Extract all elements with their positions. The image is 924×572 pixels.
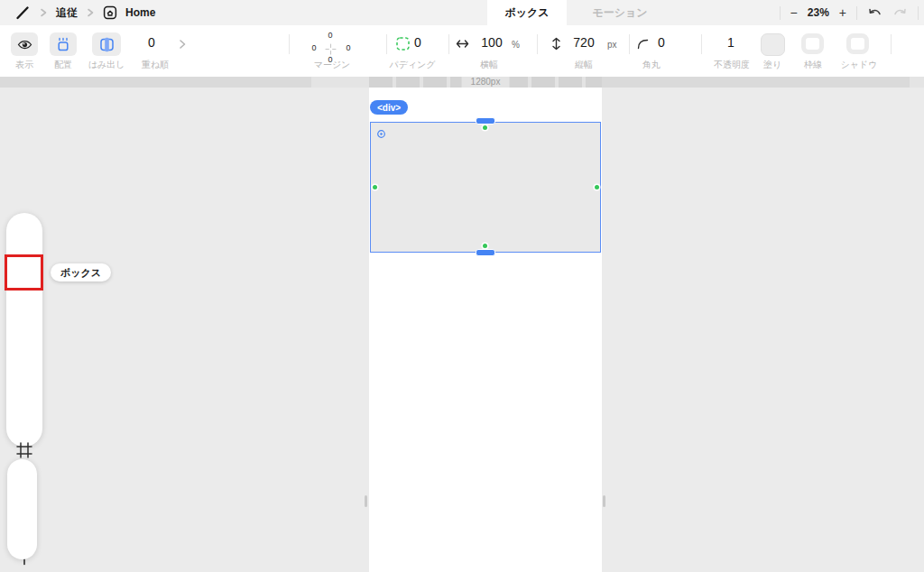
height-value[interactable]: 720 — [573, 35, 594, 50]
page-resize-tick-right[interactable] — [603, 495, 605, 507]
zindex-value[interactable]: 0 — [148, 35, 155, 50]
position-anchor-icon — [56, 37, 70, 52]
canvas-ruler-strip: 1280px — [0, 77, 924, 88]
selected-element-tag-badge[interactable]: <div> — [370, 100, 408, 115]
padding-value[interactable]: 0 — [414, 35, 421, 50]
tooltip-label: ボックス — [60, 266, 101, 280]
opacity-label: 不透明度 — [714, 59, 750, 71]
opacity-value[interactable]: 1 — [727, 35, 735, 50]
eye-icon — [17, 39, 32, 51]
position-button[interactable] — [50, 32, 77, 56]
arrow-vertical-icon — [551, 37, 561, 51]
width-label: 横幅 — [480, 59, 498, 71]
page-width-label: 1280px — [462, 77, 510, 88]
zoom-out-button[interactable]: − — [790, 6, 798, 19]
padding-label: パディング — [389, 59, 435, 71]
overflow-icon — [99, 37, 115, 52]
utility-palette — [7, 459, 37, 559]
separator — [918, 6, 919, 20]
position-label: 配置 — [54, 59, 72, 71]
height-unit[interactable]: px — [607, 40, 617, 50]
overflow-label: はみ出し — [88, 59, 125, 71]
padding-handle-left[interactable] — [373, 185, 377, 189]
display-button[interactable] — [11, 32, 38, 56]
redo-icon[interactable] — [892, 6, 908, 19]
top-bar: 追従 Home ボックス モーション − 23% + — [0, 0, 924, 25]
border-swatch[interactable] — [801, 33, 824, 54]
chevron-right-icon — [39, 8, 48, 17]
tab-motion[interactable]: モーション — [567, 0, 673, 25]
margin-top-value[interactable]: 0 — [328, 31, 332, 40]
separator — [780, 6, 781, 20]
breadcrumb: 追従 Home — [14, 0, 155, 25]
chevron-right-icon — [86, 8, 95, 17]
overflow-button[interactable] — [92, 32, 121, 56]
property-toolbar: 表示 配置 はみ出し 0 重ね順 0 0 0 0 マージン — [0, 25, 924, 77]
shadow-label: シャドウ — [841, 59, 878, 71]
shadow-swatch[interactable] — [846, 33, 869, 54]
margin-right-value[interactable]: 0 — [346, 43, 350, 52]
zindex-label: 重ね順 — [142, 59, 169, 71]
separator — [537, 34, 538, 54]
pencil-slash-icon[interactable] — [14, 5, 31, 21]
annotation-highlight-box — [5, 254, 43, 291]
padding-handle-right[interactable] — [595, 185, 599, 189]
breadcrumb-section[interactable]: 追従 — [56, 5, 78, 21]
radius-label: 角丸 — [642, 59, 661, 71]
studio-editor: 追従 Home ボックス モーション − 23% + — [0, 0, 924, 572]
target-icon[interactable] — [376, 129, 386, 139]
add-element-palette — [6, 213, 42, 447]
box-tool-tooltip: ボックス — [51, 263, 111, 281]
resize-handle-bottom[interactable] — [476, 249, 495, 256]
separator — [629, 34, 630, 54]
tab-box-label: ボックス — [504, 5, 549, 21]
separator — [891, 34, 892, 54]
separator — [386, 34, 387, 54]
separator — [289, 34, 290, 54]
padding-handle-bottom[interactable] — [483, 244, 487, 248]
frame-tool-icon[interactable] — [15, 441, 33, 459]
breadcrumb-page[interactable]: Home — [125, 6, 155, 19]
padding-icon — [395, 36, 411, 51]
selected-box-element[interactable] — [370, 122, 601, 253]
margin-label: マージン — [314, 59, 351, 71]
fill-label: 塗り — [763, 59, 781, 71]
separator — [701, 34, 702, 54]
width-unit[interactable]: % — [512, 40, 520, 50]
fill-swatch[interactable] — [761, 33, 785, 56]
more-chevron-icon[interactable] — [178, 39, 187, 50]
radius-value[interactable]: 0 — [658, 35, 665, 50]
margin-cross-icon — [325, 43, 337, 55]
arrow-horizontal-icon — [456, 39, 469, 49]
ruler-patch — [910, 77, 924, 88]
home-icon — [103, 5, 117, 20]
width-value[interactable]: 100 — [481, 35, 502, 50]
padding-handle-top[interactable] — [483, 125, 487, 130]
tag-label: <div> — [377, 103, 401, 113]
page-resize-tick-left[interactable] — [365, 495, 367, 507]
zoom-in-button[interactable]: + — [839, 6, 846, 19]
corner-radius-icon — [637, 39, 649, 50]
margin-left-value[interactable]: 0 — [311, 43, 316, 52]
zoom-level[interactable]: 23% — [808, 6, 829, 19]
tab-box[interactable]: ボックス — [487, 0, 567, 25]
height-label: 縦幅 — [575, 59, 593, 71]
resize-handle-top[interactable] — [476, 117, 495, 125]
display-label: 表示 — [15, 59, 33, 71]
separator — [856, 6, 857, 20]
ruler-patch — [311, 77, 369, 88]
topbar-controls: − 23% + — [780, 0, 919, 25]
tab-motion-label: モーション — [592, 5, 647, 21]
border-label: 枠線 — [804, 59, 822, 71]
undo-icon[interactable] — [867, 6, 882, 19]
separator — [448, 34, 449, 54]
